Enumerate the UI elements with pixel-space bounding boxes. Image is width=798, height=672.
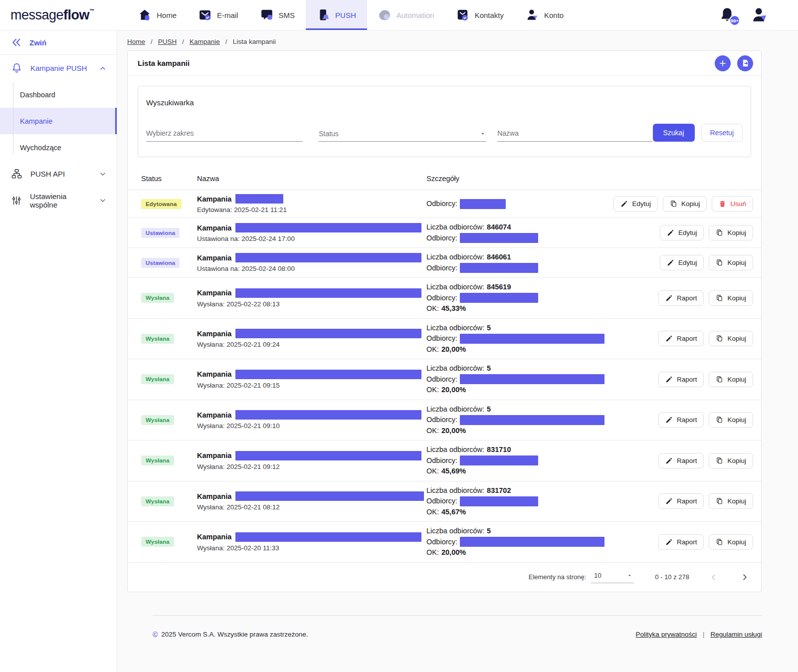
pencil-icon: [665, 416, 673, 424]
copy-icon: [670, 200, 677, 208]
row-actions: RaportKopiuj: [658, 493, 753, 509]
footer-links: Polityka prywatności | Regulamin usługi: [636, 631, 762, 638]
report-button[interactable]: Raport: [658, 453, 704, 468]
breadcrumb-link[interactable]: Kampanie: [190, 38, 220, 45]
status-cell: Ustawiona: [141, 228, 197, 238]
status-select-placeholder: Status: [319, 130, 339, 138]
name-input[interactable]: [497, 129, 652, 137]
edit-button[interactable]: Edytuj: [613, 196, 658, 212]
status-badge: Wysłana: [141, 293, 174, 303]
campaign-name-prefix: Kampania: [197, 195, 231, 203]
recipients-count-line: Liczba odbiorców: 846074: [426, 222, 660, 233]
sidebar-section-push-api[interactable]: PUSH API: [0, 161, 117, 187]
next-page-button[interactable]: [740, 573, 749, 582]
edit-button[interactable]: Edytuj: [660, 255, 704, 270]
row-actions: RaportKopiuj: [658, 534, 753, 550]
user-menu-button[interactable]: [750, 6, 768, 24]
row-actions: RaportKopiuj: [658, 290, 753, 306]
reset-button[interactable]: Resetuj: [701, 124, 743, 142]
nav-item-push[interactable]: PUSH: [306, 0, 367, 30]
sidebar-section-kampanie-push[interactable]: Kampanie PUSH: [0, 55, 117, 81]
copy-icon: [716, 416, 723, 424]
report-button[interactable]: Raport: [658, 331, 704, 346]
report-button[interactable]: Raport: [658, 290, 704, 306]
recipients-count-line: Liczba odbiorców: 845619: [426, 282, 658, 293]
chevron-down-icon: [99, 170, 107, 178]
name-field[interactable]: [497, 129, 652, 142]
status-badge: Edytowana: [141, 199, 182, 209]
date-range-input[interactable]: [146, 129, 303, 137]
copy-button[interactable]: Kopiuj: [663, 196, 707, 212]
copy-icon: [716, 229, 723, 236]
status-cell: Ustawiona: [141, 258, 197, 268]
notifications-button[interactable]: 99+: [718, 6, 736, 24]
redacted-recipients: [460, 415, 604, 425]
home-icon: [138, 8, 151, 21]
nav-item-email[interactable]: E-mail: [188, 0, 249, 30]
copy-button[interactable]: Kopiuj: [709, 534, 753, 550]
nav-item-kontakty[interactable]: Kontakty: [445, 0, 515, 30]
report-button[interactable]: Raport: [658, 412, 704, 428]
search-buttons: Szukaj Resetuj: [653, 124, 743, 142]
breadcrumb-link[interactable]: PUSH: [158, 38, 177, 45]
table-row: UstawionaKampaniaUstawiona na: 2025-02-2…: [128, 218, 761, 248]
report-button[interactable]: Raport: [658, 534, 704, 550]
status-cell: Wysłana: [141, 537, 197, 547]
sidebar-item-dashboard[interactable]: Dashboard: [0, 81, 117, 108]
ok-rate-line: OK: 20,00%: [426, 344, 658, 355]
status-badge: Ustawiona: [141, 228, 180, 238]
ok-rate-value: 20,00%: [441, 547, 466, 558]
ok-rate-value: 45,69%: [441, 466, 466, 477]
brand-logo[interactable]: messageflow™: [10, 0, 127, 30]
copy-button[interactable]: Kopiuj: [709, 453, 753, 468]
campaign-meta: Wysłana: 2025-02-21 09:15: [197, 382, 426, 389]
nav-item-sms[interactable]: SMS: [249, 0, 306, 30]
edit-button[interactable]: Edytuj: [660, 225, 704, 240]
status-select[interactable]: Status: [319, 130, 486, 142]
redacted-recipients: [460, 263, 538, 273]
copy-button[interactable]: Kopiuj: [709, 255, 753, 270]
breadcrumb-link[interactable]: Home: [127, 38, 145, 45]
main-content: Home/PUSH/Kampanie/Lista kampanii Lista …: [117, 30, 798, 672]
edit-button-label: Edytuj: [632, 200, 651, 208]
add-campaign-button[interactable]: [715, 55, 731, 71]
delete-button[interactable]: Usuń: [712, 196, 753, 212]
terms-of-service-link[interactable]: Regulamin usługi: [710, 631, 762, 638]
status-badge: Wysłana: [141, 374, 174, 384]
sidebar-item-wychodzace[interactable]: Wychodzące: [0, 134, 117, 161]
details-cell: Liczba odbiorców: 5Odbiorcy:OK: 20,00%: [426, 363, 658, 396]
report-button[interactable]: Raport: [658, 372, 704, 387]
details-cell: Liczba odbiorców: 845619Odbiorcy:OK: 45,…: [426, 282, 658, 314]
nav-item-konto[interactable]: Konto: [515, 0, 575, 30]
copy-button[interactable]: Kopiuj: [709, 412, 753, 428]
recipients-line: Odbiorcy:: [426, 263, 660, 274]
recipients-line: Odbiorcy:: [426, 537, 658, 548]
sidebar-item-kampanie[interactable]: Kampanie: [0, 108, 117, 134]
nav-item-home[interactable]: Home: [127, 0, 188, 30]
previous-page-button[interactable]: [709, 573, 718, 582]
navbar-items: HomeE-mailSMSPUSHAutomationKontaktyKonto: [127, 0, 575, 30]
copy-button[interactable]: Kopiuj: [709, 331, 753, 346]
status-badge: Wysłana: [141, 415, 174, 425]
date-range-field[interactable]: [146, 129, 303, 142]
search-button[interactable]: Szukaj: [653, 124, 695, 142]
ok-rate-line: OK: 45,33%: [426, 303, 658, 314]
copy-button[interactable]: Kopiuj: [709, 372, 753, 387]
sidebar-section-ustawienia-wspolne[interactable]: Ustawienia wspólne: [0, 187, 117, 214]
report-button-label: Raport: [677, 457, 697, 464]
sidebar-collapse-button[interactable]: Zwiń: [0, 30, 117, 55]
copy-button[interactable]: Kopiuj: [709, 493, 753, 509]
redacted-campaign-name: [235, 288, 421, 298]
export-button[interactable]: [737, 55, 753, 71]
table-row: WysłanaKampaniaWysłana: 2025-02-21 09:12…: [128, 441, 761, 481]
campaign-name-prefix: Kampania: [197, 330, 231, 338]
pencil-icon: [667, 229, 674, 236]
copy-button[interactable]: Kopiuj: [709, 290, 753, 306]
privacy-policy-link[interactable]: Polityka prywatności: [636, 631, 697, 638]
copy-button[interactable]: Kopiuj: [709, 225, 753, 240]
table-row: WysłanaKampaniaWysłana: 2025-02-21 08:12…: [128, 481, 761, 522]
report-button-label: Raport: [677, 416, 697, 424]
items-per-page-select[interactable]: 10: [591, 571, 634, 583]
redacted-campaign-name: [235, 370, 421, 379]
report-button[interactable]: Raport: [658, 493, 704, 509]
